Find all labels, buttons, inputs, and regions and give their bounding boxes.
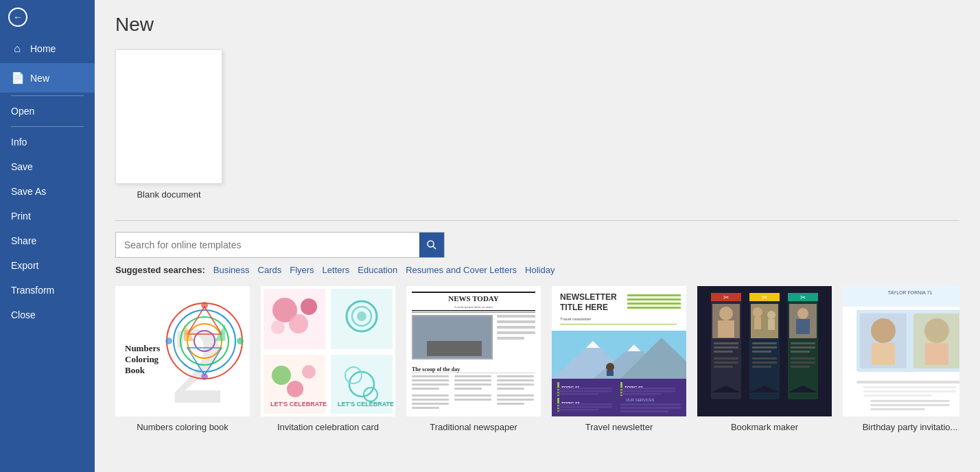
svg-point-165: [924, 318, 949, 343]
svg-rect-127: [714, 366, 733, 368]
tag-cards[interactable]: Cards: [258, 265, 282, 275]
sidebar-divider-2: [11, 126, 84, 127]
sidebar-item-export[interactable]: Export: [0, 253, 95, 278]
svg-text:TITLE HERE: TITLE HERE: [560, 303, 608, 312]
svg-rect-63: [454, 388, 482, 390]
template-card-birthday[interactable]: TAYLOR FORNIA 71: [843, 286, 959, 432]
svg-rect-52: [497, 331, 535, 334]
template-label-newsletter: Travel newsletter: [585, 422, 653, 432]
svg-rect-150: [791, 342, 815, 344]
svg-rect-141: [752, 362, 777, 364]
svg-rect-172: [870, 400, 950, 402]
svg-rect-138: [752, 346, 777, 349]
sidebar-item-info[interactable]: Info: [0, 130, 95, 154]
svg-point-15: [165, 338, 172, 344]
search-area: Suggested searches: Business Cards Flyer…: [115, 232, 959, 275]
svg-rect-134: [754, 317, 761, 329]
svg-text:The scoop of the day: The scoop of the day: [412, 366, 460, 373]
svg-rect-98: [557, 388, 612, 390]
sidebar-item-open[interactable]: Open: [0, 99, 95, 123]
home-icon: ⌂: [11, 43, 23, 55]
tag-flyers[interactable]: Flyers: [290, 265, 314, 275]
svg-rect-41: [412, 292, 535, 293]
suggested-searches: Suggested searches: Business Cards Flyer…: [115, 265, 959, 275]
featured-area: Blank document: [115, 49, 959, 200]
svg-rect-125: [714, 357, 738, 359]
svg-text:OUR SERVICES: OUR SERVICES: [626, 398, 655, 402]
svg-text:✂: ✂: [762, 294, 767, 301]
svg-rect-53: [497, 337, 524, 340]
template-label-bookmark: Bookmark maker: [731, 422, 798, 432]
template-grid: 2: [115, 286, 959, 439]
svg-rect-66: [497, 384, 534, 386]
sidebar-item-home[interactable]: ⌂ Home: [0, 34, 95, 63]
sidebar-item-close[interactable]: Close: [0, 303, 95, 327]
template-thumb-birthday: TAYLOR FORNIA 71: [843, 286, 959, 416]
svg-rect-158: [843, 286, 959, 307]
tag-resumes[interactable]: Resumes and Cover Letters: [406, 265, 517, 275]
svg-rect-55: [412, 373, 535, 373]
page-title: New: [115, 14, 959, 36]
svg-rect-76: [497, 403, 524, 405]
template-thumb-newsletter: NEWSLETTER TITLE HERE Travel newsletter: [552, 286, 686, 416]
search-icon: [426, 239, 437, 250]
sidebar-top: ←: [0, 0, 95, 34]
svg-rect-123: [714, 346, 738, 349]
template-card-newspaper[interactable]: NEWS TODAY Lorem ipsum dolor sit amet: [406, 286, 541, 432]
search-button[interactable]: [419, 233, 444, 257]
svg-point-25: [271, 320, 285, 334]
svg-rect-139: [752, 351, 771, 353]
svg-rect-69: [412, 399, 449, 401]
svg-rect-124: [714, 351, 733, 353]
svg-text:✂: ✂: [723, 294, 729, 301]
svg-rect-110: [557, 409, 598, 411]
sidebar-item-print[interactable]: Print: [0, 204, 95, 228]
svg-rect-68: [412, 394, 449, 397]
blank-document-label: Blank document: [137, 189, 200, 200]
tag-letters[interactable]: Letters: [323, 265, 350, 275]
svg-rect-73: [454, 399, 491, 401]
svg-rect-57: [412, 379, 449, 381]
svg-rect-62: [454, 384, 491, 386]
tag-business[interactable]: Business: [213, 265, 250, 275]
svg-rect-44: [412, 310, 535, 311]
svg-rect-104: [620, 390, 675, 392]
svg-rect-86: [560, 324, 677, 324]
svg-rect-99: [557, 390, 612, 392]
sidebar-item-save-as[interactable]: Save As: [0, 179, 95, 204]
template-card-invite[interactable]: LET'S CELEBRATE LET'S CELEBRATE Invitati…: [261, 286, 395, 432]
svg-point-32: [287, 381, 303, 397]
search-input[interactable]: [116, 234, 419, 256]
svg-point-16: [237, 338, 244, 344]
svg-point-29: [357, 311, 366, 321]
back-button[interactable]: ←: [8, 8, 27, 27]
sidebar-item-save[interactable]: Save: [0, 154, 95, 179]
sidebar-label-new: New: [30, 73, 49, 84]
blank-document-card[interactable]: Blank document: [115, 49, 222, 200]
sidebar-item-new[interactable]: 📄 New: [0, 63, 95, 93]
svg-rect-64: [497, 375, 534, 377]
template-card-numbers[interactable]: 2: [115, 286, 250, 432]
svg-rect-48: [427, 341, 482, 356]
svg-rect-45: [412, 312, 535, 313]
bookmark-svg: ✂: [697, 286, 832, 416]
svg-point-0: [428, 241, 434, 247]
svg-rect-142: [752, 366, 771, 368]
svg-rect-108: [557, 403, 612, 405]
tag-education[interactable]: Education: [358, 265, 397, 275]
svg-rect-168: [856, 381, 959, 384]
sidebar-item-share[interactable]: Share: [0, 228, 95, 253]
svg-point-23: [289, 314, 308, 333]
svg-rect-170: [863, 390, 957, 392]
svg-rect-152: [791, 351, 810, 353]
sidebar-item-transform[interactable]: Transform: [0, 278, 95, 303]
svg-rect-60: [454, 375, 491, 377]
svg-rect-149: [796, 319, 810, 334]
svg-point-162: [871, 318, 896, 343]
sidebar-divider: [11, 95, 84, 96]
svg-rect-59: [412, 388, 439, 390]
tag-holiday[interactable]: Holiday: [525, 265, 555, 275]
template-card-newsletter[interactable]: NEWSLETTER TITLE HERE Travel newsletter: [552, 286, 686, 432]
svg-rect-94: [607, 370, 614, 376]
template-card-bookmark[interactable]: ✂: [697, 286, 832, 432]
